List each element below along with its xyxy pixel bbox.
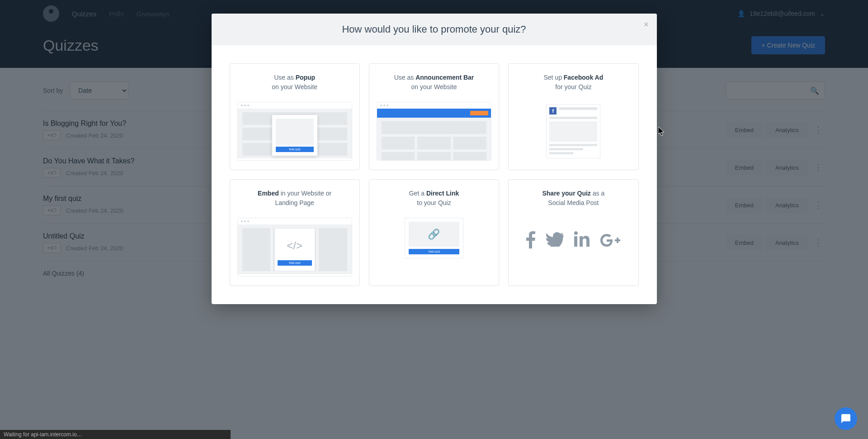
modal-title: How would you like to promote your quiz?: [222, 24, 647, 35]
embed-preview: </> TAKE QUIZ: [237, 218, 352, 277]
option-embed-label: Embed in your Website or Landing Page: [237, 189, 352, 208]
option-announcement-bar[interactable]: Use as Announcement Bar on your Website: [369, 63, 499, 170]
link-preview: 🔗 TAKE QUIZ: [377, 218, 491, 277]
status-bar: Waiting for api-iam.intercom.io…: [0, 430, 231, 439]
option-embed[interactable]: Embed in your Website or Landing Page </…: [230, 179, 360, 286]
modal-overlay[interactable]: How would you like to promote your quiz?…: [0, 0, 868, 439]
option-popup-label: Use as Popup on your Website: [237, 73, 352, 92]
option-social-share[interactable]: Share your Quiz as a Social Media Post: [508, 179, 638, 286]
social-icons: [516, 218, 631, 253]
option-link-label: Get a Direct Link to your Quiz: [377, 189, 491, 208]
option-direct-link[interactable]: Get a Direct Link to your Quiz 🔗 TAKE QU…: [369, 179, 499, 286]
popup-preview: TAKE QUIZ: [237, 102, 352, 161]
option-facebook-ad[interactable]: Set up Facebook Ad for your Quiz f: [508, 63, 638, 170]
twitter-icon[interactable]: [546, 231, 563, 253]
close-icon[interactable]: ×: [644, 20, 649, 29]
option-popup[interactable]: Use as Popup on your Website TAKE QUIZ: [230, 63, 360, 170]
linkedin-icon[interactable]: [574, 231, 590, 253]
facebook-icon[interactable]: [526, 231, 535, 253]
fb-preview: f: [516, 102, 631, 161]
anno-preview: [377, 102, 491, 161]
option-anno-label: Use as Announcement Bar on your Website: [377, 73, 491, 92]
google-plus-icon[interactable]: [600, 231, 620, 253]
option-fb-label: Set up Facebook Ad for your Quiz: [516, 73, 631, 92]
chat-widget[interactable]: [835, 407, 857, 430]
promote-modal: How would you like to promote your quiz?…: [212, 14, 657, 304]
option-social-label: Share your Quiz as a Social Media Post: [516, 189, 631, 208]
